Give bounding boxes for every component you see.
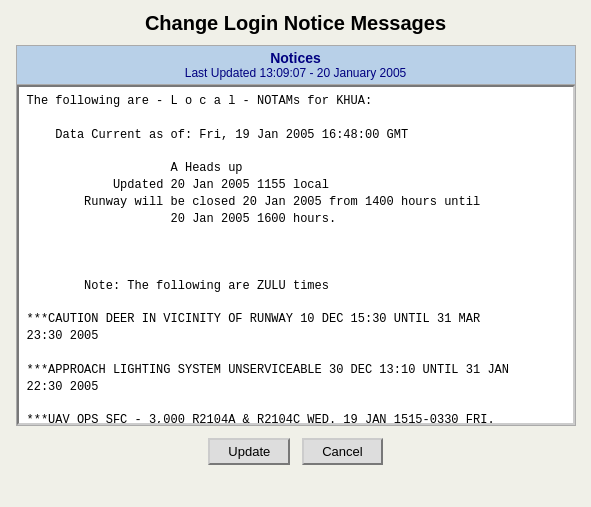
notices-body[interactable]: The following are - L o c a l - NOTAMs f… xyxy=(17,85,575,425)
button-bar: Update Cancel xyxy=(208,438,382,465)
notices-header-title: Notices xyxy=(17,50,575,66)
update-button[interactable]: Update xyxy=(208,438,290,465)
notices-container: Notices Last Updated 13:09:07 - 20 Janua… xyxy=(16,45,576,426)
cancel-button[interactable]: Cancel xyxy=(302,438,382,465)
page-title: Change Login Notice Messages xyxy=(145,12,446,35)
notices-header-subtitle: Last Updated 13:09:07 - 20 January 2005 xyxy=(17,66,575,80)
notices-header: Notices Last Updated 13:09:07 - 20 Janua… xyxy=(17,46,575,85)
